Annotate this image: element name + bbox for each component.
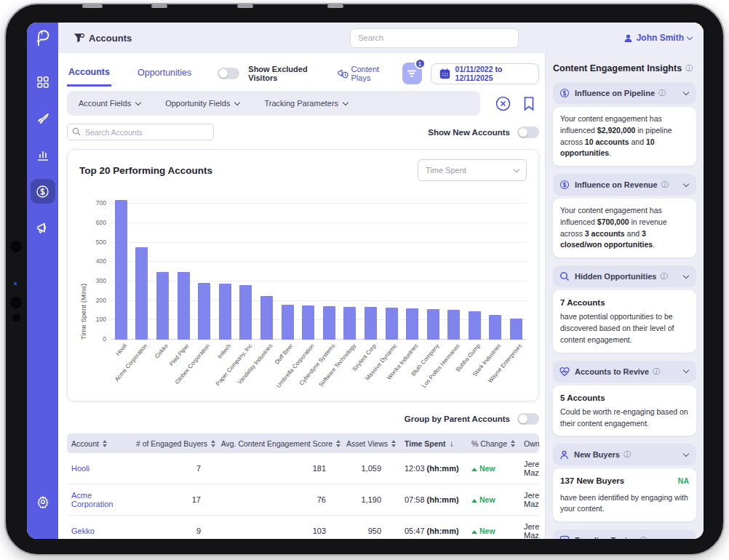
info-icon[interactable]: ⓘ — [661, 180, 669, 190]
info-icon[interactable]: ⓘ — [685, 63, 693, 73]
sidebar-item-promote[interactable] — [31, 215, 55, 240]
column-header--of-engaged-buyers[interactable]: # of Engaged Buyers — [131, 439, 220, 448]
bar-Duff Beer[interactable] — [282, 305, 294, 340]
account-link[interactable]: Hooli — [67, 460, 131, 476]
account-link[interactable]: Acme Corporation — [67, 487, 131, 512]
info-icon[interactable]: ⓘ — [640, 535, 647, 539]
user-menu[interactable]: John Smith — [624, 33, 692, 43]
insight-card-influence-on-pipeline: Influence on Pipeline ⓘYour content enga… — [553, 82, 696, 166]
column-header-time-spent[interactable]: Time Spent↓ — [400, 439, 467, 449]
column-header-account[interactable]: Account — [67, 439, 131, 448]
bar-Acme Corporation[interactable] — [135, 247, 148, 340]
insight-card-header[interactable]: Influence on Pipeline ⓘ — [553, 82, 696, 104]
sort-icon[interactable] — [211, 440, 215, 447]
insight-card-title: Hidden Opportunities ⓘ — [575, 271, 679, 281]
bar-chart-icon — [36, 148, 49, 161]
bar-Software Technology[interactable] — [343, 307, 356, 340]
show-excluded-toggle[interactable] — [218, 68, 239, 79]
clear-filters-icon[interactable] — [495, 95, 511, 112]
sidebar-item-dashboard[interactable] — [31, 70, 55, 95]
insight-card-header[interactable]: Trending Topics ⓘ — [553, 529, 696, 539]
info-icon[interactable]: ⓘ — [653, 367, 660, 377]
sidebar-item-analytics[interactable] — [31, 143, 55, 167]
info-icon[interactable]: ⓘ — [658, 88, 666, 98]
bar-Wayne Enterprises[interactable] — [510, 319, 522, 340]
account-fields-dropdown[interactable]: Account Fields — [79, 99, 140, 108]
bookmark-icon[interactable] — [523, 96, 535, 111]
tablet-top-button — [237, 4, 253, 8]
group-by-toggle[interactable] — [517, 413, 539, 425]
bar-Gekko[interactable] — [156, 272, 169, 340]
date-range-picker[interactable]: 01/11/2022 to 12/11/2025 — [431, 63, 539, 84]
asset-views-cell: 950 — [345, 523, 400, 539]
filter-count-badge: 1 — [415, 58, 426, 69]
accounts-table: Account# of Engaged BuyersAvg. Content E… — [67, 433, 539, 539]
tablet-camera — [10, 297, 22, 308]
y-axis-ticks: 0100200300400500600700 — [89, 194, 111, 340]
content-plays-link[interactable]: Content Plays — [338, 65, 394, 82]
insight-headline: 5 Accounts — [560, 392, 689, 404]
sidebar-item-campaigns[interactable] — [31, 106, 55, 131]
insight-card-body: Your content engagement has influenced $… — [553, 199, 696, 257]
owner-cell: Jeremy Mazzurco — [519, 456, 539, 481]
sort-desc-icon[interactable]: ↓ — [449, 439, 453, 449]
bar-Wonka Industries[interactable] — [406, 308, 418, 340]
app-logo-icon[interactable] — [33, 29, 52, 48]
sort-icon[interactable] — [336, 440, 340, 447]
search-accounts-input[interactable] — [67, 124, 214, 140]
bar-Initech[interactable] — [219, 284, 231, 340]
bar-Globex Corporation[interactable] — [198, 283, 210, 340]
tab-accounts[interactable]: Accounts — [67, 61, 111, 87]
bar-Los Pollos Hermanos[interactable] — [447, 310, 460, 340]
insight-card-header[interactable]: Hidden Opportunities ⓘ — [553, 265, 696, 287]
column-header-avg-content-engagement-score[interactable]: Avg. Content Engagement Score — [220, 439, 345, 448]
sidebar-item-settings[interactable] — [36, 495, 49, 508]
insights-panel: Content Engagement Insights ⓘ Influence … — [545, 53, 704, 539]
top-header: Accounts John Smith — [58, 23, 704, 53]
metric-select[interactable]: Time Spent — [418, 159, 527, 181]
column-header-asset-views[interactable]: Asset Views — [345, 439, 400, 448]
bar-Stark Industries[interactable] — [489, 315, 501, 340]
filter-button[interactable]: 1 — [402, 63, 422, 84]
insight-card-header[interactable]: Influence on Revenue ⓘ — [553, 174, 696, 196]
engaged-buyers-cell: 7 — [131, 460, 220, 476]
engagement-score-cell: 76 — [220, 492, 345, 508]
bar-Hooli[interactable] — [115, 200, 127, 340]
bar-Paper Company, Inc[interactable] — [239, 285, 252, 340]
show-new-accounts-toggle[interactable] — [517, 127, 539, 138]
percent-change-cell: New — [467, 460, 519, 476]
bar-Umbrella Corporation[interactable] — [302, 305, 314, 340]
show-new-accounts-label: Show New Accounts — [428, 128, 510, 137]
time-spent-cell: 07:58 (hh:mm) — [400, 492, 467, 508]
opportunity-fields-dropdown[interactable]: Opportunity Fields — [165, 99, 239, 108]
funnel-icon — [74, 33, 84, 43]
gridline — [111, 223, 527, 223]
sort-icon[interactable] — [103, 440, 107, 447]
insight-card-header[interactable]: New Buyers ⓘ — [553, 444, 696, 465]
column-header--change[interactable]: % Change — [467, 439, 519, 448]
bar-Vandelay Industries[interactable] — [260, 296, 273, 340]
tab-opportunities[interactable]: Opportunities — [136, 62, 193, 85]
bar-Bluth Company[interactable] — [427, 309, 439, 340]
left-sidebar — [27, 23, 58, 539]
info-icon[interactable]: ⓘ — [624, 449, 631, 460]
x-tick-label: Hooli — [115, 343, 129, 357]
bar-Soylent Corp[interactable] — [364, 307, 377, 340]
sidebar-item-revenue[interactable] — [31, 179, 55, 204]
sort-icon[interactable] — [511, 440, 515, 447]
info-icon[interactable]: ⓘ — [660, 271, 667, 281]
insight-card-header[interactable]: Accounts to Revive ⓘ — [553, 361, 696, 383]
sort-icon[interactable] — [391, 440, 396, 447]
bar-Bubba Gump[interactable] — [469, 311, 481, 340]
insight-card-title: Accounts to Revive ⓘ — [575, 367, 679, 377]
insights-title: Content Engagement Insights ⓘ — [553, 63, 696, 73]
megaphone-icon — [36, 221, 49, 235]
global-search-input[interactable] — [350, 28, 519, 48]
bar-Cyberdyne Systems[interactable] — [323, 306, 335, 340]
bar-Massive Dynamic[interactable] — [386, 308, 398, 340]
tracking-parameters-dropdown[interactable]: Tracking Parameters — [264, 99, 348, 108]
bar-Pied Piper[interactable] — [178, 272, 190, 340]
column-header-owner[interactable]: Owner — [519, 439, 539, 448]
insight-card-trending-topics: Trending Topics ⓘMobile AppNAAccount-Bas… — [553, 529, 696, 539]
account-link[interactable]: Gekko — [67, 523, 131, 539]
